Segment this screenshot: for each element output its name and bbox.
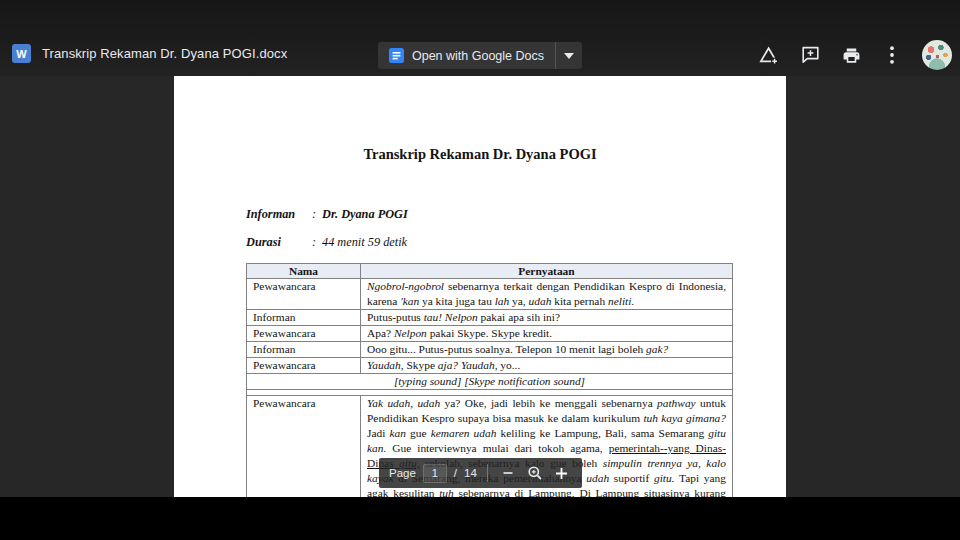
meta-value: Dr. Dyana POGI [322,207,408,221]
google-docs-icon [389,48,404,63]
open-button-label: Open with Google Docs [412,49,544,63]
page-toolbar: Page 1 / 14 [379,458,582,488]
word-file-icon: W [12,44,31,63]
sound-note-cell: [typing sound] [Skype notification sound… [247,374,733,390]
table-row: [typing sound] [Skype notification sound… [247,374,733,390]
page-total: 14 [464,467,477,479]
page-number-input[interactable]: 1 [423,464,447,483]
open-with-google-docs-button[interactable]: Open with Google Docs [378,42,555,69]
table-row: InformanPutus-putus tau! Nelpon pakai ap… [247,310,733,326]
more-options-button[interactable] [875,38,909,72]
speaker-cell: Pewawancara [247,358,361,374]
statement-cell: Apa? Nelpon pakai Skype. Skype kredit. [361,326,733,342]
header-actions [752,38,952,72]
meta-label: Durasi [246,235,312,249]
statement-cell: Yaudah, Skype aja? Yaudah, yo... [361,358,733,374]
meta-informan: Informan:Dr. Dyana POGI [246,207,733,221]
zoom-tool-button[interactable] [525,463,545,483]
more-options-icon [890,46,894,64]
meta-colon: : [312,235,322,249]
add-to-drive-button[interactable] [752,38,786,72]
table-row: PewawancaraNgobrol-ngobrol sebenarnya te… [247,279,733,310]
table-row: PewawancaraApa? Nelpon pakai Skype. Skyp… [247,326,733,342]
speaker-cell: Pewawancara [247,326,361,342]
print-button[interactable] [834,38,868,72]
toolbar-divider [487,464,488,482]
table-header-row: Nama Pernyataan [247,264,733,279]
meta-label: Informan [246,207,312,221]
document-title: Transkrip Rekaman Dr. Dyana POGI [174,76,786,163]
plus-icon [555,467,568,480]
page-separator: / [454,467,457,479]
document-meta: Informan:Dr. Dyana POGI Durasi:44 menit … [246,207,733,249]
file-name: Transkrip Rekaman Dr. Dyana POGI.docx [42,46,287,61]
add-comment-button[interactable] [793,38,827,72]
column-header-pernyataan: Pernyataan [361,264,733,279]
column-header-nama: Nama [247,264,361,279]
speaker-cell: Pewawancara [247,396,361,498]
magnifier-icon [527,465,543,481]
page-label: Page [389,467,416,479]
open-with-button-group: Open with Google Docs [378,42,582,69]
speaker-cell: Informan [247,342,361,358]
document-viewer: Transkrip Rekaman Dr. Dyana POGI Informa… [0,76,960,497]
letterbox-bar [0,497,960,540]
table-row: InformanOoo gitu... Putus-putus soalnya.… [247,342,733,358]
print-icon [842,46,861,65]
statement-cell: Putus-putus tau! Nelpon pakai apa sih in… [361,310,733,326]
user-avatar[interactable] [922,40,952,70]
preview-header: W Transkrip Rekaman Dr. Dyana POGI.docx … [0,0,960,76]
speaker-cell: Informan [247,310,361,326]
statement-cell: Ooo gitu... Putus-putus soalnya. Telepon… [361,342,733,358]
file-info: W Transkrip Rekaman Dr. Dyana POGI.docx [12,44,287,63]
table-row: PewawancaraYaudah, Skype aja? Yaudah, yo… [247,358,733,374]
speaker-cell: Pewawancara [247,279,361,310]
meta-colon: : [312,207,322,221]
zoom-in-button[interactable] [552,463,572,483]
document-body: Informan:Dr. Dyana POGI Durasi:44 menit … [246,207,733,497]
statement-cell: Ngobrol-ngobrol sebenarnya terkait denga… [361,279,733,310]
meta-value: 44 menit 59 detik [322,235,407,249]
document-page: Transkrip Rekaman Dr. Dyana POGI Informa… [174,76,786,497]
chevron-down-icon [564,53,574,59]
zoom-out-button[interactable] [498,463,518,483]
open-with-dropdown-button[interactable] [555,42,582,69]
add-comment-icon [801,46,820,64]
meta-durasi: Durasi:44 menit 59 detik [246,235,733,249]
add-to-drive-icon [759,46,779,65]
minus-icon [502,467,514,479]
